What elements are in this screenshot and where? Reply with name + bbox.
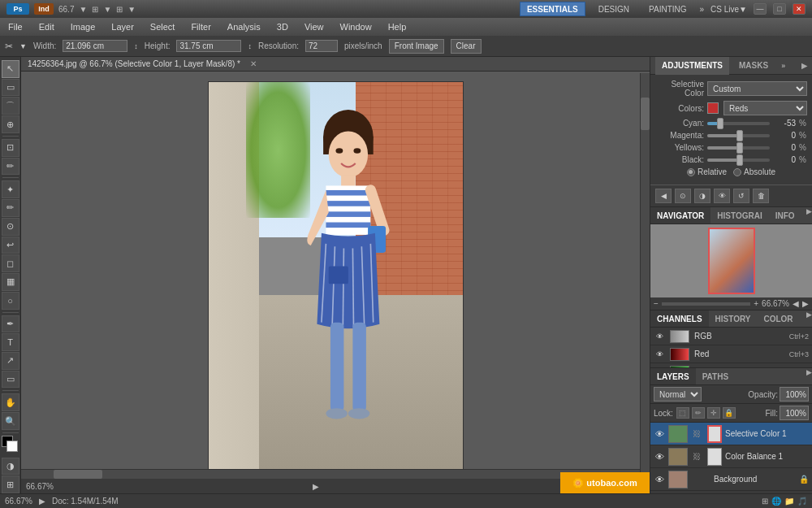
adj-magenta-thumb[interactable] (736, 130, 743, 141)
paths-tab[interactable]: PATHS (696, 368, 735, 384)
adj-cyan-thumb[interactable] (717, 118, 723, 129)
adjustments-tab[interactable]: ADJUSTMENTS (655, 57, 729, 75)
clear-button[interactable]: Clear (451, 39, 482, 54)
zoom-tool[interactable]: 🔍 (2, 412, 19, 430)
adj-reset-icon[interactable]: ↺ (733, 189, 749, 203)
layers-tab[interactable]: LAYERS (650, 368, 696, 384)
history-brush-tool[interactable]: ↩ (2, 237, 19, 254)
ch-expand-icon[interactable]: ▶ (806, 310, 812, 327)
nav-zoom-slider[interactable] (662, 302, 750, 306)
menu-analysis[interactable]: Analysis (224, 20, 264, 33)
adj-zoom-icon[interactable]: ⊙ (675, 189, 691, 203)
nav-zoom-prev-icon[interactable]: ◀ (793, 299, 799, 308)
eyedropper-tool[interactable]: ✏ (2, 158, 19, 176)
lock-pixels-icon[interactable]: ✏ (692, 407, 705, 419)
quick-select-tool[interactable]: ⊕ (2, 115, 19, 133)
channel-row-red[interactable]: 👁 Red Ctrl+3 (650, 345, 812, 363)
eraser-tool[interactable]: ◻ (2, 254, 19, 272)
close-button[interactable]: ✕ (793, 3, 806, 15)
relative-radio[interactable]: Relative (687, 167, 727, 176)
menu-image[interactable]: Image (67, 20, 99, 33)
nav-zoom-next-icon[interactable]: ▶ (802, 299, 809, 308)
histogram-tab[interactable]: HISTOGRAI (710, 207, 768, 224)
pen-tool[interactable]: ✒ (2, 315, 19, 333)
quick-mask-mode[interactable]: ◑ (2, 458, 19, 475)
type-tool[interactable]: T (2, 333, 19, 351)
adj-mask-icon[interactable]: ◑ (694, 189, 710, 203)
adj-delete-icon[interactable]: 🗑 (753, 189, 769, 203)
cslive-btn[interactable]: CS Live▼ (710, 5, 747, 14)
adj-black-thumb[interactable] (736, 154, 743, 166)
clone-tool[interactable]: ⊙ (2, 218, 19, 236)
horizontal-scrollbar[interactable] (21, 469, 640, 479)
channel-eye-rgb[interactable]: 👁 (654, 331, 665, 342)
adj-yellows-thumb[interactable] (736, 142, 743, 154)
navigator-tab[interactable]: NAVIGATOR (650, 207, 710, 224)
width-input[interactable] (63, 40, 127, 52)
adj-yellows-slider[interactable] (707, 146, 770, 150)
menu-window[interactable]: Window (337, 20, 375, 33)
ly-expand-icon[interactable]: ▶ (806, 368, 812, 384)
minimize-button[interactable]: — (754, 3, 767, 15)
close-tab-icon[interactable]: ✕ (250, 59, 257, 68)
zoom-plus-icon[interactable]: + (754, 299, 758, 308)
lock-position-icon[interactable]: ✛ (707, 407, 720, 419)
menu-file[interactable]: File (5, 20, 26, 33)
channel-eye-red[interactable]: 👁 (654, 349, 665, 360)
layer-row-background[interactable]: 👁 Background 🔒 (650, 468, 812, 491)
adj-eye-icon[interactable]: 👁 (714, 189, 730, 203)
maximize-button[interactable]: □ (773, 3, 786, 15)
document-tab[interactable]: 14256364.jpg @ 66.7% (Selective Color 1,… (21, 57, 650, 72)
painting-tab[interactable]: PAINTING (642, 4, 693, 15)
menu-select[interactable]: Select (147, 20, 179, 33)
layer-eye-cb[interactable]: 👁 (654, 452, 665, 462)
layer-row-selective-color[interactable]: 👁 ⛓ Selective Color 1 (650, 423, 812, 445)
adj-expand-icon[interactable]: ▶ (801, 62, 807, 70)
hand-tool[interactable]: ✋ (2, 393, 19, 411)
foreground-background-colors[interactable] (2, 436, 19, 454)
dodge-tool[interactable]: ○ (2, 292, 19, 310)
info-tab[interactable]: INFO (769, 207, 801, 224)
nav-expand-icon[interactable]: ▶ (806, 207, 812, 224)
marquee-tool[interactable]: ▭ (2, 79, 19, 97)
front-image-button[interactable]: Front Image (389, 39, 444, 54)
adj-color-select[interactable]: Reds (723, 101, 807, 115)
shape-tool[interactable]: ▭ (2, 371, 19, 389)
essentials-tab[interactable]: ESSENTIALS (520, 2, 585, 16)
screen-mode[interactable]: ⊞ (2, 475, 19, 493)
start-button[interactable]: ⊞ (762, 497, 768, 506)
menu-filter[interactable]: Filter (188, 20, 214, 33)
adj-type-select[interactable]: Custom (707, 81, 807, 96)
crop-tool[interactable]: ⊡ (2, 139, 19, 157)
res-input[interactable] (305, 40, 338, 52)
menu-3d[interactable]: 3D (274, 20, 292, 33)
layer-eye-bg[interactable]: 👁 (654, 475, 665, 484)
layer-eye-sc[interactable]: 👁 (654, 429, 665, 439)
lock-all-icon[interactable]: 🔒 (723, 407, 736, 419)
masks-tab[interactable]: MASKS (732, 57, 775, 75)
design-tab[interactable]: DESIGN (592, 4, 636, 15)
adj-black-slider[interactable] (707, 158, 770, 162)
layers-blend-select[interactable]: Normal (654, 387, 702, 402)
more-icon[interactable]: » (700, 5, 705, 14)
channel-row-rgb[interactable]: 👁 RGB Ctrl+2 (650, 328, 812, 345)
lasso-tool[interactable]: ⌒ (2, 97, 19, 115)
menu-layer[interactable]: Layer (108, 20, 137, 33)
height-input[interactable] (176, 40, 241, 52)
menu-help[interactable]: Help (385, 20, 410, 33)
gradient-tool[interactable]: ▦ (2, 273, 19, 291)
color-tab[interactable]: COLOR (757, 310, 799, 327)
adj-magenta-slider[interactable] (707, 134, 770, 137)
fill-input[interactable] (780, 406, 809, 420)
more-options-icon[interactable]: » (781, 62, 785, 70)
menu-view[interactable]: View (301, 20, 327, 33)
absolute-radio[interactable]: Absolute (733, 167, 775, 176)
zoom-minus-icon[interactable]: − (654, 299, 659, 308)
vertical-scrollbar[interactable] (640, 73, 650, 479)
background-color[interactable] (6, 441, 18, 452)
adj-cyan-slider[interactable] (707, 122, 770, 125)
move-tool[interactable]: ↖ (2, 60, 19, 78)
menu-edit[interactable]: Edit (36, 20, 58, 33)
opacity-input[interactable] (780, 387, 809, 402)
adj-back-icon[interactable]: ◀ (655, 189, 672, 203)
